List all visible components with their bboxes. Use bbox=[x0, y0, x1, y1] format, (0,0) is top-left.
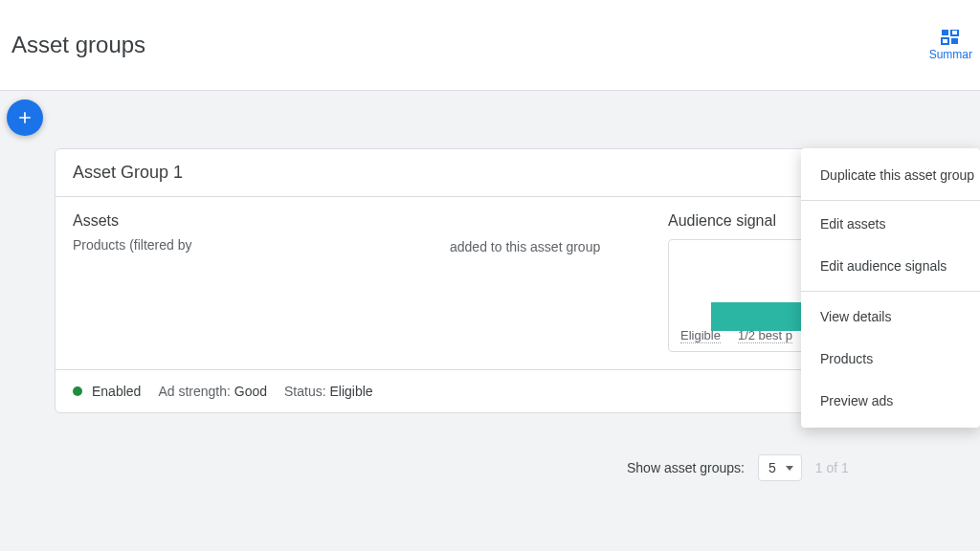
summary-grid-icon bbox=[941, 30, 960, 48]
ad-strength-value: Good bbox=[234, 384, 267, 399]
status-value: Eligible bbox=[330, 384, 373, 399]
asset-group-title: Asset Group 1 bbox=[73, 163, 183, 183]
menu-edit-audience-signals[interactable]: Edit audience signals bbox=[801, 245, 980, 287]
svg-rect-0 bbox=[942, 30, 948, 35]
assets-line-part1: Products (filtered by bbox=[73, 237, 192, 253]
status-dot-icon bbox=[73, 386, 82, 396]
add-asset-group-button[interactable] bbox=[7, 99, 43, 136]
show-asset-groups-control: Show asset groups: 5 1 of 1 bbox=[627, 454, 849, 481]
status-label: Status: bbox=[284, 384, 326, 399]
svg-rect-1 bbox=[951, 30, 958, 35]
menu-duplicate[interactable]: Duplicate this asset group bbox=[801, 154, 980, 196]
menu-products[interactable]: Products bbox=[801, 338, 980, 380]
svg-rect-2 bbox=[942, 38, 948, 44]
summary-label: Summar bbox=[929, 48, 972, 61]
assets-line-part2: added to this asset group bbox=[450, 239, 600, 254]
body-area: Asset Group 1 Preview ads Assets Product… bbox=[0, 91, 980, 551]
page-info: 1 of 1 bbox=[815, 460, 849, 475]
show-groups-select[interactable]: 5 bbox=[758, 454, 802, 481]
menu-view-details[interactable]: View details bbox=[801, 296, 980, 338]
audience-signal-heading: Audience signal bbox=[668, 212, 776, 230]
menu-edit-assets[interactable]: Edit assets bbox=[801, 203, 980, 245]
asset-group-context-menu: Duplicate this asset group Edit assets E… bbox=[801, 148, 980, 428]
ad-strength: Ad strength: Good bbox=[158, 384, 267, 399]
menu-separator bbox=[801, 291, 980, 292]
menu-preview-ads[interactable]: Preview ads bbox=[801, 380, 980, 422]
show-groups-value: 5 bbox=[768, 460, 776, 475]
enabled-label: Enabled bbox=[92, 384, 141, 399]
menu-separator bbox=[801, 200, 980, 201]
show-groups-label: Show asset groups: bbox=[627, 460, 745, 475]
summary-toggle[interactable]: Summar bbox=[929, 30, 972, 61]
page-header: Asset groups Summar bbox=[0, 0, 980, 91]
status-indicator: Enabled bbox=[73, 384, 141, 399]
ad-strength-label: Ad strength: bbox=[158, 384, 231, 399]
svg-rect-3 bbox=[951, 38, 958, 44]
plus-icon bbox=[15, 108, 34, 127]
status: Status: Eligible bbox=[284, 384, 373, 399]
page-title: Asset groups bbox=[11, 32, 145, 58]
